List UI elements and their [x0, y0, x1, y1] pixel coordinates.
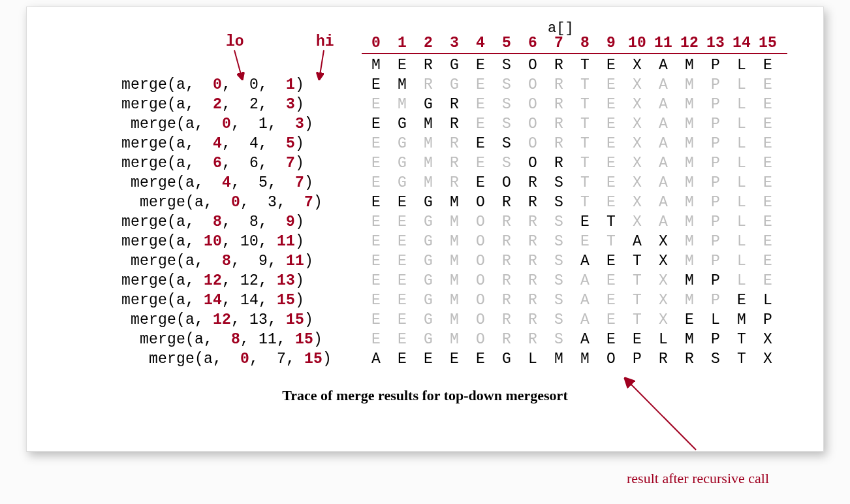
initial-cell: A	[650, 55, 676, 75]
initial-cell: T	[572, 55, 598, 75]
letter-cell: P	[624, 349, 650, 369]
letter-cell: R	[546, 134, 572, 153]
letter-cell: A	[650, 134, 676, 153]
trace-row: merge(a, 0, 7, 15) AEEEEGLMMOPRRSTX	[89, 349, 800, 369]
letter-cell: T	[729, 330, 755, 349]
letter-cell: R	[494, 251, 520, 271]
letter-cell: E	[598, 95, 624, 114]
letter-cell: T	[624, 271, 650, 291]
letter-cell: E	[755, 95, 781, 114]
letter-cell: E	[598, 271, 624, 291]
merge-call: merge(a, 8, 11, 15)	[89, 330, 350, 349]
letter-cell: T	[624, 251, 650, 271]
letter-cell: P	[755, 310, 781, 330]
letter-cell: X	[624, 212, 650, 232]
letter-cell: R	[441, 134, 467, 153]
letter-cell: M	[389, 75, 415, 95]
letter-cell: O	[598, 349, 624, 369]
initial-cell: S	[494, 55, 520, 75]
letter-cell: X	[755, 330, 781, 349]
letter-cell: S	[546, 271, 572, 291]
index-cell: 3	[441, 33, 467, 53]
letter-cell: E	[598, 134, 624, 153]
letter-cell: P	[702, 173, 729, 193]
letter-cell: O	[467, 212, 494, 232]
letter-grid: EGMREORSTEXAMPLE	[363, 173, 781, 193]
letter-cell: E	[363, 330, 389, 349]
letter-cell: M	[676, 291, 702, 310]
letter-cell: R	[494, 271, 520, 291]
letter-cell: E	[598, 153, 624, 173]
trace-row: merge(a, 8, 11, 15) EEGMORRSAEELMPTX	[89, 330, 800, 349]
letter-cell: M	[676, 134, 702, 153]
letter-cell: T	[572, 134, 598, 153]
svg-line-2	[626, 379, 696, 450]
initial-row: MERGESORTEXAMPLE	[89, 55, 800, 75]
initial-cell: R	[546, 55, 572, 75]
index-cell: 6	[520, 33, 546, 53]
letter-cell: E	[755, 251, 781, 271]
letter-cell: E	[598, 173, 624, 193]
letter-cell: X	[650, 291, 676, 310]
letter-grid: AEEEEGLMMOPRRSTX	[363, 349, 781, 369]
letter-cell: P	[702, 95, 729, 114]
letter-cell: E	[389, 212, 415, 232]
letter-cell: E	[467, 349, 494, 369]
letter-cell: X	[650, 310, 676, 330]
letter-cell: M	[441, 330, 467, 349]
letter-grid: EEGMORRSAEELMPTX	[363, 330, 781, 349]
letter-cell: E	[363, 173, 389, 193]
merge-call: merge(a, 0, 3, 7)	[89, 193, 350, 212]
letter-cell: O	[494, 173, 520, 193]
letter-grid: EGMRESORTEXAMPLE	[363, 114, 781, 134]
letter-cell: E	[363, 75, 389, 95]
letter-cell: P	[702, 193, 729, 212]
letter-cell: R	[520, 232, 546, 251]
letter-cell: M	[676, 212, 702, 232]
initial-cell: E	[598, 55, 624, 75]
merge-call: merge(a, 12, 13, 15)	[89, 310, 350, 330]
letter-cell: E	[467, 134, 494, 153]
letter-cell: E	[389, 232, 415, 251]
merge-call: merge(a, 0, 7, 15)	[89, 349, 350, 369]
letter-cell: R	[494, 193, 520, 212]
index-cell: 2	[415, 33, 441, 53]
letter-cell: G	[389, 173, 415, 193]
letter-cell: E	[389, 251, 415, 271]
letter-cell: P	[702, 251, 729, 271]
letter-cell: G	[389, 134, 415, 153]
letter-cell: E	[389, 310, 415, 330]
letter-cell: E	[363, 95, 389, 114]
letter-cell: L	[729, 193, 755, 212]
letter-cell: X	[624, 173, 650, 193]
letter-cell: R	[494, 330, 520, 349]
letter-cell: E	[467, 173, 494, 193]
letter-cell: R	[546, 153, 572, 173]
trace-row: merge(a, 4, 5, 7) EGMREORSTEXAMPLE	[89, 173, 800, 193]
index-cell: 4	[467, 33, 494, 53]
letter-cell: T	[572, 153, 598, 173]
letter-cell: X	[755, 349, 781, 369]
letter-cell: O	[467, 291, 494, 310]
letter-cell: E	[755, 75, 781, 95]
letter-cell: M	[676, 330, 702, 349]
letter-cell: M	[441, 232, 467, 251]
letter-cell: S	[546, 251, 572, 271]
letter-cell: M	[389, 95, 415, 114]
letter-cell: S	[494, 95, 520, 114]
letter-cell: M	[729, 310, 755, 330]
initial-cell: P	[702, 55, 729, 75]
letter-cell: G	[441, 75, 467, 95]
letter-cell: O	[467, 193, 494, 212]
letter-cell: T	[624, 310, 650, 330]
letter-cell: S	[546, 232, 572, 251]
initial-cell: G	[441, 55, 467, 75]
letter-cell: E	[467, 114, 494, 134]
merge-call: merge(a, 8, 8, 9)	[89, 212, 350, 232]
letter-cell: P	[702, 75, 729, 95]
letter-cell: G	[389, 153, 415, 173]
letter-cell: E	[624, 330, 650, 349]
header-rule	[362, 53, 787, 54]
letter-cell: E	[755, 134, 781, 153]
letter-cell: X	[624, 95, 650, 114]
